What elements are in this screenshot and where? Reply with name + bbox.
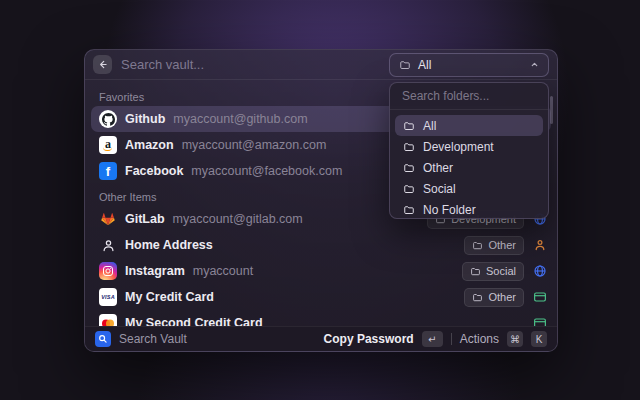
k-key-icon: K xyxy=(531,331,547,347)
folder-icon xyxy=(472,292,483,303)
folder-icon xyxy=(472,240,483,251)
item-subtitle: myaccount@facebook.com xyxy=(191,164,342,178)
item-subtitle: myaccount xyxy=(193,264,253,278)
command-key-icon: ⌘ xyxy=(507,331,523,347)
folder-filter-dropdown-button[interactable]: All xyxy=(389,53,549,77)
folder-icon xyxy=(470,266,481,277)
instagram-logo-icon xyxy=(99,262,117,280)
folder-filter-value: All xyxy=(418,58,523,72)
folder-badge: Other xyxy=(464,288,524,307)
list-item-my-credit-card[interactable]: VISA My Credit Card Other xyxy=(91,284,551,310)
item-title: Amazon xyxy=(125,138,174,152)
item-title: My Second Credit Card xyxy=(125,316,263,326)
globe-icon xyxy=(532,264,547,279)
folder-icon xyxy=(403,183,415,195)
folder-option-development[interactable]: Development xyxy=(395,136,543,157)
search-input[interactable]: Search vault... xyxy=(121,57,380,72)
list-item-instagram[interactable]: Instagram myaccount Social xyxy=(91,258,551,284)
footer-bar: Search Vault Copy Password ↵ Actions ⌘ K xyxy=(85,326,557,351)
folder-badge: Social xyxy=(462,262,524,281)
folder-icon xyxy=(403,141,415,153)
list-item-my-second-credit-card[interactable]: My Second Credit Card xyxy=(91,310,551,326)
footer-app-name: Search Vault xyxy=(119,332,316,346)
item-title: Home Address xyxy=(125,238,213,252)
item-title: Instagram xyxy=(125,264,185,278)
search-icon xyxy=(95,331,111,347)
item-subtitle: myaccount@amazon.com xyxy=(182,138,327,152)
item-title: Facebook xyxy=(125,164,183,178)
item-title: My Credit Card xyxy=(125,290,214,304)
folder-badge: Other xyxy=(464,236,524,255)
folder-option-social[interactable]: Social xyxy=(395,178,543,199)
folder-icon xyxy=(399,59,411,71)
item-subtitle: myaccount@gitlab.com xyxy=(173,212,303,226)
person-icon xyxy=(532,238,547,253)
footer-divider xyxy=(451,333,452,345)
item-subtitle: myaccount@github.com xyxy=(173,112,307,126)
chevron-up-icon xyxy=(530,60,539,69)
desktop-background: Search vault... All Favorites Github mya… xyxy=(0,0,640,400)
github-logo-icon xyxy=(99,110,117,128)
vault-search-window: Search vault... All Favorites Github mya… xyxy=(84,49,558,352)
amazon-logo-icon: a xyxy=(99,136,117,154)
folder-option-no-folder[interactable]: No Folder xyxy=(395,199,543,220)
person-icon xyxy=(99,236,117,254)
item-title: Github xyxy=(125,112,165,126)
folder-icon xyxy=(403,162,415,174)
mastercard-icon xyxy=(99,314,117,326)
scrollbar-thumb[interactable] xyxy=(550,96,553,124)
folder-options-list: All Development Other Social No Folder xyxy=(390,110,548,225)
folder-icon xyxy=(403,120,415,132)
arrow-left-icon xyxy=(97,59,108,70)
return-key-icon: ↵ xyxy=(422,331,443,347)
folder-search-input[interactable]: Search folders... xyxy=(390,83,548,110)
credit-card-icon xyxy=(532,316,547,327)
folder-option-all[interactable]: All xyxy=(395,115,543,136)
folder-option-other[interactable]: Other xyxy=(395,157,543,178)
copy-password-button[interactable]: Copy Password ↵ xyxy=(324,331,443,347)
credit-card-icon xyxy=(532,290,547,305)
gitlab-logo-icon xyxy=(99,210,117,228)
visa-card-icon: VISA xyxy=(99,288,117,306)
facebook-logo-icon: f xyxy=(99,162,117,180)
item-title: GitLab xyxy=(125,212,165,226)
list-item-home-address[interactable]: Home Address Other xyxy=(91,232,551,258)
back-button[interactable] xyxy=(93,55,112,74)
header-bar: Search vault... All xyxy=(85,50,557,80)
actions-button[interactable]: Actions ⌘ K xyxy=(460,331,547,347)
folder-dropdown-panel: Search folders... All Development Other … xyxy=(389,82,549,219)
folder-icon xyxy=(403,204,415,216)
